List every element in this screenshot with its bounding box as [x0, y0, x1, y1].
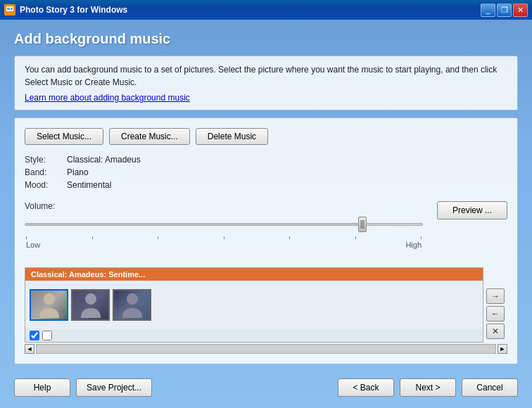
- cancel-button[interactable]: Cancel: [462, 378, 518, 397]
- filmstrip-label: Classical: Amadeus: Sentime...: [25, 268, 483, 281]
- low-label: Low: [26, 241, 40, 249]
- volume-slider-container: [25, 214, 423, 235]
- volume-label: Volume:: [25, 201, 423, 211]
- photo-item-1[interactable]: [30, 289, 68, 321]
- band-label: Band:: [25, 167, 67, 177]
- slider-track[interactable]: [25, 223, 423, 226]
- window-controls: _ ❐ ✕: [481, 4, 528, 17]
- learn-more-link[interactable]: Learn more about adding background music: [25, 93, 190, 103]
- bottom-left-buttons: Help Save Project...: [14, 378, 152, 397]
- delete-music-button[interactable]: Delete Music: [196, 128, 268, 145]
- photo-icon-3: [114, 291, 150, 319]
- tick-5: [289, 236, 290, 239]
- scroll-track[interactable]: [36, 344, 496, 354]
- help-button[interactable]: Help: [14, 378, 70, 397]
- description-text: You can add background music to a set of…: [25, 63, 507, 89]
- scroll-right-arrow[interactable]: ►: [498, 344, 507, 354]
- bottom-bar: Help Save Project... < Back Next > Cance…: [14, 373, 518, 397]
- photo-icon-1: [31, 291, 67, 319]
- save-project-button[interactable]: Save Project...: [76, 378, 152, 397]
- back-button[interactable]: < Back: [338, 378, 394, 397]
- strip-right-button[interactable]: →: [486, 288, 505, 304]
- tick-1: [26, 236, 27, 239]
- mood-label: Mood:: [25, 180, 67, 190]
- slider-thumb[interactable]: [358, 217, 367, 232]
- filmstrip-photos: [25, 281, 483, 329]
- app-title: Photo Story 3 for Windows: [20, 5, 481, 15]
- create-music-button[interactable]: Create Music...: [109, 128, 190, 145]
- svg-point-4: [44, 293, 55, 305]
- photo-icon-2: [72, 291, 108, 319]
- person-icon-1: [37, 291, 62, 319]
- left-arrow-icon: ←: [491, 309, 500, 319]
- description-box: You can add background music to a set of…: [14, 56, 518, 110]
- mood-value: Sentimental: [67, 180, 507, 190]
- content-area: Select Music... Create Music... Delete M…: [14, 117, 518, 364]
- bottom-right-buttons: < Back Next > Cancel: [338, 378, 518, 397]
- close-button[interactable]: ✕: [513, 4, 528, 17]
- photo-checkbox-2[interactable]: [42, 331, 52, 340]
- photo-item-2[interactable]: [71, 289, 110, 321]
- svg-rect-2: [7, 8, 10, 10]
- volume-section: Volume: Low: [25, 201, 423, 249]
- svg-point-5: [85, 293, 96, 305]
- tick-2: [92, 236, 93, 239]
- select-music-button[interactable]: Select Music...: [25, 128, 103, 145]
- restore-button[interactable]: ❐: [497, 4, 512, 17]
- person-icon-2: [78, 291, 103, 319]
- style-label: Style:: [25, 155, 67, 165]
- tick-6: [355, 236, 356, 239]
- svg-point-6: [127, 293, 138, 305]
- page-title: Add background music: [14, 31, 518, 47]
- x-icon: ✕: [492, 326, 499, 336]
- filmstrip-controls: → ← ✕: [483, 267, 507, 343]
- style-value: Classical: Amadeus: [67, 155, 507, 165]
- person-icon-3: [120, 291, 145, 319]
- strip-left-button[interactable]: ←: [486, 306, 505, 321]
- preview-container: Preview ...: [437, 201, 507, 231]
- window-body: Add background music You can add backgro…: [0, 20, 532, 408]
- tick-4: [224, 236, 224, 239]
- photo-item-3[interactable]: [113, 289, 151, 321]
- slider-labels: Low High: [25, 241, 423, 249]
- photo-checkbox-1[interactable]: [30, 331, 39, 340]
- slider-ticks: [25, 236, 423, 239]
- music-info: Style: Classical: Amadeus Band: Piano Mo…: [25, 155, 507, 190]
- filmstrip-main: Classical: Amadeus: Sentime...: [25, 267, 483, 343]
- app-icon: [4, 4, 15, 15]
- next-button[interactable]: Next >: [400, 378, 456, 397]
- strip-remove-button[interactable]: ✕: [486, 324, 505, 339]
- high-label: High: [405, 241, 422, 249]
- action-buttons-row: Select Music... Create Music... Delete M…: [25, 128, 507, 145]
- title-bar: Photo Story 3 for Windows _ ❐ ✕: [0, 0, 532, 20]
- filmstrip-scrollbar: ◄ ►: [25, 344, 507, 354]
- tick-3: [158, 236, 158, 239]
- tick-7: [421, 236, 422, 239]
- filmstrip-section: Classical: Amadeus: Sentime...: [25, 267, 507, 354]
- minimize-button[interactable]: _: [481, 4, 495, 17]
- preview-button[interactable]: Preview ...: [437, 201, 507, 219]
- filmstrip-wrapper: Classical: Amadeus: Sentime...: [25, 267, 507, 343]
- band-value: Piano: [67, 167, 507, 177]
- right-arrow-icon: →: [491, 291, 500, 301]
- slider-fill: [25, 224, 362, 225]
- scroll-left-arrow[interactable]: ◄: [25, 344, 34, 354]
- svg-rect-3: [11, 8, 13, 10]
